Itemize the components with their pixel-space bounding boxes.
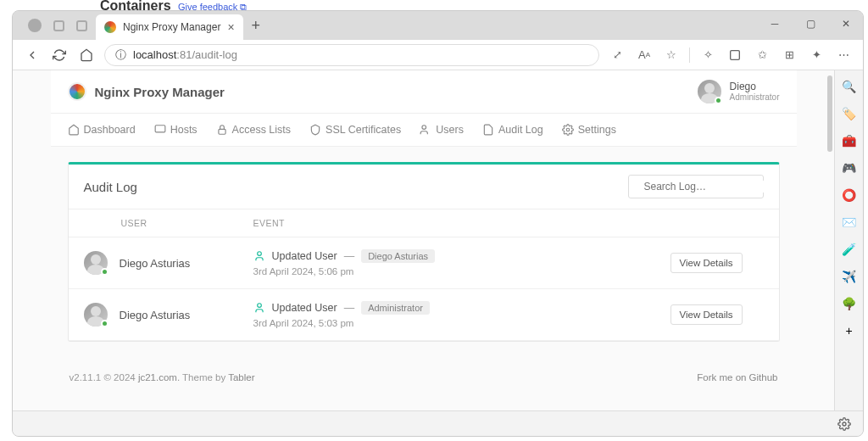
user-icon	[253, 250, 265, 262]
page-viewport: Nginx Proxy Manager Diego Administrator	[13, 70, 834, 410]
nav-ssl[interactable]: SSL Certificates	[309, 124, 401, 136]
favorite-icon[interactable]: ☆	[662, 46, 681, 64]
rail-office-icon[interactable]: ⭕	[842, 187, 857, 203]
app-nav: Dashboard Hosts Access Lists SSL Certifi…	[51, 113, 797, 147]
view-details-button[interactable]: View Details	[670, 304, 743, 325]
event-timestamp: 3rd April 2024, 5:03 pm	[253, 318, 670, 328]
nav-label: SSL Certificates	[326, 124, 401, 136]
row-user-name: Diego Asturias	[120, 257, 191, 270]
refresh-button[interactable]	[50, 46, 69, 64]
rail-games-icon[interactable]: 🎮	[842, 160, 857, 176]
dash: —	[344, 302, 355, 314]
event-action: Updated User	[272, 250, 337, 262]
divider	[689, 47, 690, 63]
dash: —	[344, 250, 355, 262]
app-title: Nginx Proxy Manager	[95, 85, 225, 99]
browser-tab[interactable]: Nginx Proxy Manager ×	[96, 14, 243, 40]
status-badge-icon	[101, 320, 108, 327]
card-title: Audit Log	[84, 180, 137, 194]
table-row: Diego Asturias Updated User — Diego Astu…	[69, 237, 779, 289]
rail-send-icon[interactable]: ✈️	[842, 269, 857, 284]
footer-link-jc21[interactable]: jc21.com	[138, 372, 177, 382]
reader-icon[interactable]: ⤢	[608, 46, 626, 64]
table-header: USER EVENT	[69, 209, 779, 237]
tab-close-icon[interactable]: ×	[227, 20, 234, 34]
favorites-bar-icon[interactable]: ✩	[753, 46, 771, 64]
browser-bottom-bar	[13, 410, 863, 436]
url-port: :81	[176, 48, 192, 61]
svg-point-6	[257, 252, 261, 256]
svg-point-7	[257, 304, 261, 308]
extensions-icon[interactable]: ✧	[698, 46, 717, 64]
app-footer: v2.11.1 © 2024 jc21.com. Theme by Tabler…	[51, 357, 797, 391]
rail-add-icon[interactable]: +	[842, 323, 857, 338]
rail-tree-icon[interactable]: 🌳	[842, 296, 857, 311]
table-row: Diego Asturias Updated User — Administra…	[69, 289, 779, 341]
footer-link-tabler[interactable]: Tabler	[228, 372, 254, 382]
event-timestamp: 3rd April 2024, 5:06 pm	[253, 266, 670, 276]
tab-title: Nginx Proxy Manager	[123, 21, 220, 33]
minimize-button[interactable]: ─	[763, 14, 787, 33]
fork-github-link[interactable]: Fork me on Github	[697, 372, 777, 382]
status-badge-icon	[715, 97, 722, 104]
footer-version: v2.11.1 © 2024	[70, 372, 138, 382]
col-user-header: USER	[84, 218, 253, 228]
nav-label: Audit Log	[498, 124, 543, 136]
event-target-badge: Administrator	[361, 301, 430, 315]
nav-users[interactable]: Users	[420, 124, 464, 136]
svg-point-3	[422, 126, 426, 130]
gear-icon[interactable]	[837, 417, 851, 431]
nav-dashboard[interactable]: Dashboard	[68, 124, 136, 136]
rail-tag-icon[interactable]: 🏷️	[842, 106, 857, 121]
svg-rect-1	[155, 126, 165, 132]
nav-hosts[interactable]: Hosts	[154, 124, 198, 136]
audit-log-card: Audit Log USER EVENT	[68, 162, 780, 342]
tab-actions-icon[interactable]	[76, 20, 87, 31]
tab-favicon-icon	[104, 21, 116, 33]
svg-point-4	[566, 128, 570, 131]
shield-icon[interactable]: ✦	[807, 46, 826, 64]
nav-label: Settings	[578, 124, 616, 136]
back-button[interactable]	[23, 46, 42, 64]
svg-rect-0	[731, 50, 740, 59]
app-logo-icon	[68, 82, 86, 101]
nav-label: Hosts	[170, 124, 198, 136]
rail-outlook-icon[interactable]: ✉️	[842, 215, 857, 230]
view-details-button[interactable]: View Details	[670, 253, 743, 273]
status-badge-icon	[101, 268, 108, 276]
more-icon[interactable]: ⋯	[834, 46, 853, 64]
maximize-button[interactable]: ▢	[798, 14, 822, 33]
nav-access-lists[interactable]: Access Lists	[216, 124, 291, 136]
rail-lab-icon[interactable]: 🧪	[842, 242, 857, 257]
collections-icon[interactable]	[726, 46, 744, 64]
close-window-button[interactable]: ✕	[834, 14, 858, 33]
address-bar: ⓘ localhost:81/audit-log ⤢ AA ☆ ✧ ✩ ⊞ ✦ …	[13, 40, 863, 70]
browser-sidebar: 🔍 🏷️ 🧰 🎮 ⭕ ✉️ 🧪 ✈️ 🌳 +	[834, 70, 863, 410]
nav-audit-log[interactable]: Audit Log	[482, 124, 543, 136]
search-input[interactable]	[644, 181, 771, 193]
home-button[interactable]	[77, 46, 96, 64]
rail-search-icon[interactable]: 🔍	[842, 79, 857, 94]
url-path: /audit-log	[192, 48, 236, 61]
svg-point-8	[843, 422, 846, 426]
nav-settings[interactable]: Settings	[562, 124, 616, 136]
rail-toolbox-icon[interactable]: 🧰	[842, 133, 857, 148]
svg-rect-2	[219, 129, 225, 134]
nav-label: Users	[436, 124, 464, 136]
nav-label: Access Lists	[232, 124, 291, 136]
col-event-header: EVENT	[253, 218, 670, 228]
user-name: Diego	[730, 81, 780, 92]
search-box[interactable]	[628, 175, 764, 198]
user-menu[interactable]: Diego Administrator	[698, 80, 780, 103]
new-tab-button[interactable]: +	[252, 17, 261, 35]
workspaces-icon[interactable]	[53, 20, 64, 31]
text-size-icon[interactable]: AA	[635, 46, 654, 64]
scrollbar[interactable]	[827, 75, 832, 152]
user-role: Administrator	[730, 92, 780, 103]
url-input[interactable]: ⓘ localhost:81/audit-log	[104, 44, 599, 66]
titlebar: Nginx Proxy Manager × + ─ ▢ ✕	[13, 11, 863, 40]
profile-icon[interactable]	[28, 19, 42, 32]
footer-theme: . Theme by	[177, 372, 228, 382]
site-info-icon[interactable]: ⓘ	[115, 47, 126, 63]
app-icon[interactable]: ⊞	[780, 46, 798, 64]
